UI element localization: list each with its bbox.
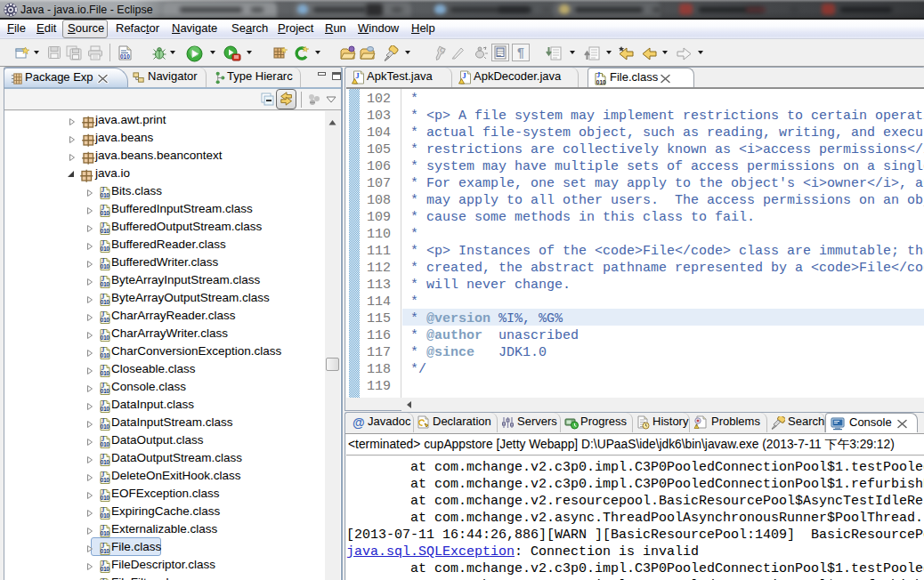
svg-text:J: J — [101, 542, 105, 550]
svg-text:J: J — [101, 222, 105, 230]
svg-text:J: J — [101, 488, 105, 496]
svg-text:J: J — [101, 417, 105, 425]
svg-text:J: J — [101, 257, 105, 265]
svg-text:J: J — [101, 506, 105, 514]
svg-text:J: J — [101, 239, 105, 247]
svg-text:J: J — [101, 560, 105, 568]
svg-text:J: J — [101, 293, 105, 301]
svg-text:J: J — [101, 382, 105, 390]
svg-text:J: J — [101, 328, 105, 336]
svg-text:J: J — [101, 204, 105, 212]
svg-text:J: J — [101, 364, 105, 372]
svg-text:J: J — [596, 71, 600, 79]
svg-text:J: J — [101, 453, 105, 461]
svg-text:J: J — [355, 71, 360, 80]
svg-text:J: J — [462, 71, 466, 80]
svg-text:J: J — [101, 186, 105, 194]
svg-text:J: J — [101, 471, 105, 479]
svg-text:!: ! — [696, 424, 697, 429]
svg-text:C: C — [440, 46, 445, 54]
svg-text:J: J — [101, 435, 105, 443]
svg-text:010: 010 — [120, 53, 130, 60]
svg-text:J: J — [101, 346, 105, 354]
svg-text:J: J — [101, 275, 105, 283]
svg-text:010: 010 — [596, 79, 606, 85]
svg-text:J: J — [101, 399, 105, 407]
svg-text:J: J — [101, 524, 105, 532]
svg-text:J: J — [101, 310, 105, 318]
